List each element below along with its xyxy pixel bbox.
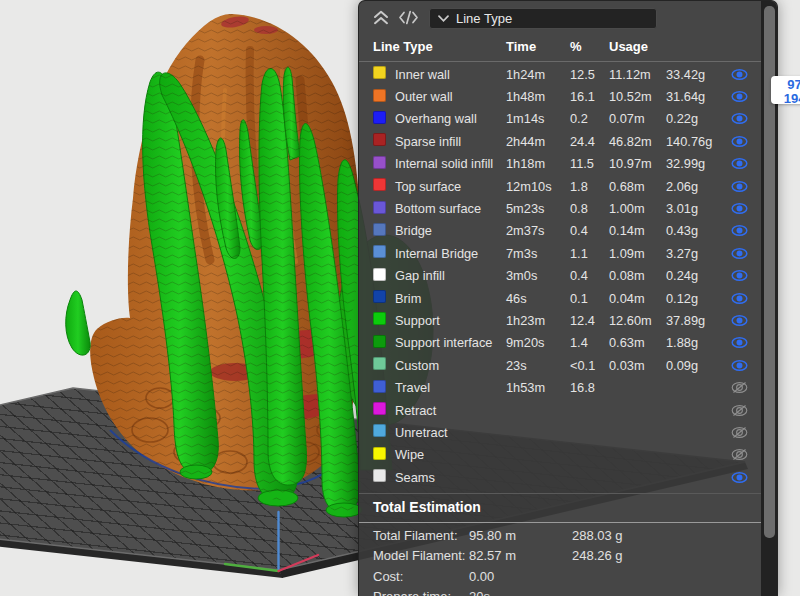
visibility-eye-off-icon[interactable]: [731, 403, 748, 417]
line-percent-value: 1.1: [570, 246, 609, 261]
collapse-panel-button[interactable]: [372, 9, 390, 29]
line-color-swatch: [373, 268, 386, 281]
visibility-eye-icon[interactable]: [731, 358, 748, 372]
line-color-swatch-cell: [373, 156, 395, 172]
line-type-label: Brim: [395, 291, 506, 306]
line-color-swatch-cell: [373, 290, 395, 306]
line-color-swatch: [373, 133, 386, 146]
line-percent-value: 0.4: [570, 268, 609, 283]
line-color-swatch-cell: [373, 402, 395, 418]
line-type-label: Sparse infill: [395, 134, 506, 149]
total-row-value-1: 82.57 m: [469, 548, 572, 563]
column-header-percent: %: [570, 39, 609, 54]
line-color-swatch-cell: [373, 312, 395, 328]
total-row-value-1: 20s: [469, 589, 572, 596]
visibility-eye-icon[interactable]: [731, 157, 748, 171]
line-percent-value: 0.4: [570, 223, 609, 238]
line-color-swatch: [373, 290, 386, 303]
line-length-value: 0.07m: [609, 111, 666, 126]
visibility-eye-icon[interactable]: [731, 269, 748, 283]
visibility-eye-icon[interactable]: [731, 336, 748, 350]
panel-toolbar: Line Type: [359, 1, 777, 35]
visibility-eye-icon[interactable]: [731, 246, 748, 260]
gcode-view-button[interactable]: [398, 10, 419, 28]
line-color-swatch: [373, 111, 386, 124]
header-divider: [359, 61, 763, 62]
view-mode-dropdown[interactable]: Line Type: [429, 8, 657, 29]
line-weight-value: 3.27g: [666, 246, 728, 261]
line-type-label: Custom: [395, 358, 506, 373]
line-weight-value: 0.43g: [666, 223, 728, 238]
visibility-eye-icon[interactable]: [731, 470, 748, 484]
line-type-label: Support interface: [395, 335, 506, 350]
line-color-swatch-cell: [373, 447, 395, 463]
line-length-value: 0.14m: [609, 223, 666, 238]
total-row-label: Cost:: [373, 569, 469, 584]
visibility-eye-icon[interactable]: [731, 224, 748, 238]
line-weight-value: 0.22g: [666, 111, 728, 126]
line-color-swatch: [373, 424, 386, 437]
line-type-label: Internal solid infill: [395, 156, 506, 171]
line-type-row: Retract: [359, 399, 763, 421]
line-weight-value: 1.88g: [666, 335, 728, 350]
totals-top-divider: [359, 493, 763, 494]
visibility-eye-off-icon[interactable]: [731, 425, 748, 439]
line-color-swatch: [373, 380, 386, 393]
line-color-swatch: [373, 66, 386, 79]
line-time-value: 1h53m: [506, 380, 570, 395]
visibility-eye-icon[interactable]: [731, 291, 748, 305]
line-color-swatch-cell: [373, 111, 395, 127]
line-time-value: 2m37s: [506, 223, 570, 238]
layer-tooltip-line2: 194.: [775, 92, 800, 106]
visibility-eye-icon[interactable]: [731, 90, 748, 104]
line-percent-value: <0.1: [570, 358, 609, 373]
line-percent-value: 16.1: [570, 89, 609, 104]
line-type-label: Inner wall: [395, 67, 506, 82]
line-type-row: Top surface12m10s1.80.68m2.06g: [359, 175, 763, 197]
visibility-eye-icon[interactable]: [731, 112, 748, 126]
visibility-eye-icon[interactable]: [731, 134, 748, 148]
visibility-eye-icon[interactable]: [731, 313, 748, 327]
line-type-label: Retract: [395, 403, 506, 418]
line-color-swatch-cell: [373, 223, 395, 239]
total-row-value-2: 248.26 g: [572, 548, 763, 563]
visibility-eye-icon[interactable]: [731, 179, 748, 193]
line-length-value: 46.82m: [609, 134, 666, 149]
column-header-time: Time: [506, 39, 570, 54]
table-header-row: Line Type Time % Usage: [359, 39, 759, 54]
line-percent-value: 24.4: [570, 134, 609, 149]
line-time-value: 46s: [506, 291, 570, 306]
visibility-eye-icon[interactable]: [731, 67, 748, 81]
line-color-swatch: [373, 223, 386, 236]
line-type-label: Bottom surface: [395, 201, 506, 216]
line-time-value: 1h18m: [506, 156, 570, 171]
line-length-value: 10.52m: [609, 89, 666, 104]
line-time-value: 12m10s: [506, 179, 570, 194]
line-type-label: Unretract: [395, 425, 506, 440]
line-type-row: Bottom surface5m23s0.81.00m3.01g: [359, 197, 763, 219]
line-color-swatch-cell: [373, 245, 395, 261]
line-length-value: 0.04m: [609, 291, 666, 306]
visibility-eye-off-icon[interactable]: [731, 381, 748, 395]
visibility-eye-off-icon[interactable]: [731, 448, 748, 462]
line-weight-value: 0.12g: [666, 291, 728, 306]
line-color-swatch: [373, 469, 386, 482]
total-row-value-1: 0.00: [469, 569, 572, 584]
line-color-swatch-cell: [373, 380, 395, 396]
total-row-value-1: 95.80 m: [469, 528, 572, 543]
line-color-swatch: [373, 245, 386, 258]
visibility-eye-icon[interactable]: [731, 202, 748, 216]
line-color-swatch: [373, 89, 386, 102]
line-weight-value: 3.01g: [666, 201, 728, 216]
line-color-swatch-cell: [373, 357, 395, 373]
line-color-swatch-cell: [373, 268, 395, 284]
line-color-swatch: [373, 178, 386, 191]
layer-slider-tooltip: 970 194.: [771, 76, 800, 104]
line-time-value: 2h44m: [506, 134, 570, 149]
line-length-value: 1.00m: [609, 201, 666, 216]
line-time-value: 1h48m: [506, 89, 570, 104]
line-color-swatch-cell: [373, 335, 395, 351]
line-type-row: Seams: [359, 466, 763, 488]
line-type-row: Support interface9m20s1.40.63m1.88g: [359, 332, 763, 354]
line-color-swatch-cell: [373, 469, 395, 485]
